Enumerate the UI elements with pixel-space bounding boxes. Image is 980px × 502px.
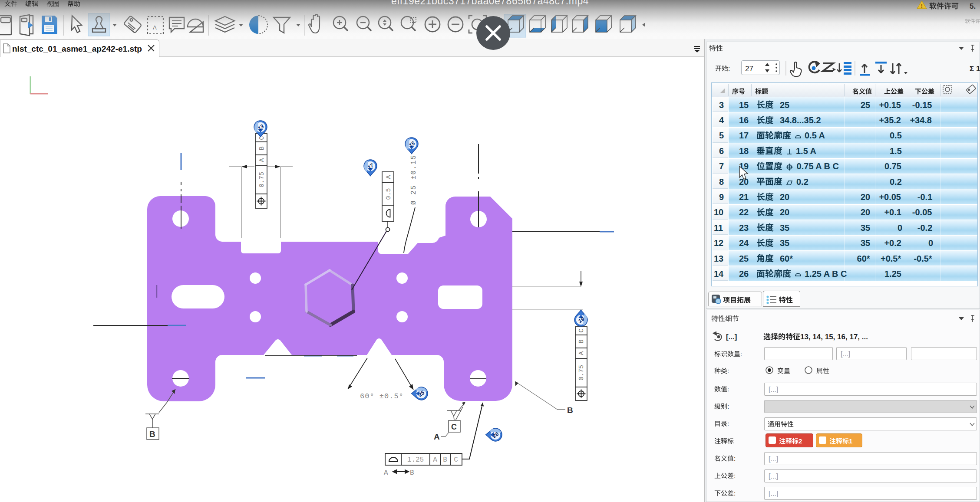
- svg-text:15: 15: [739, 100, 749, 110]
- svg-text:6: 6: [719, 146, 724, 156]
- svg-text:1.25: 1.25: [884, 269, 901, 279]
- svg-text:-0.05: -0.05: [912, 207, 932, 217]
- svg-text:Σ 1: Σ 1: [970, 65, 980, 73]
- svg-text::: :: [727, 385, 729, 393]
- svg-text:23: 23: [739, 223, 749, 233]
- svg-text:0.75 A B C: 0.75 A B C: [797, 161, 839, 171]
- svg-text:22: 22: [739, 207, 749, 217]
- svg-text::: :: [727, 403, 729, 410]
- svg-text:1.5 A: 1.5 A: [796, 146, 816, 156]
- svg-text:5.: 5.: [970, 2, 976, 10]
- svg-text:11: 11: [714, 223, 723, 233]
- svg-text:60*: 60*: [780, 254, 793, 263]
- svg-text:[...]: [...]: [769, 472, 778, 480]
- svg-text:5: 5: [719, 131, 724, 140]
- svg-text:+34.8: +34.8: [910, 115, 932, 125]
- svg-text:[...]: [...]: [726, 333, 737, 341]
- svg-text:2: 2: [799, 437, 802, 445]
- svg-text:20: 20: [780, 207, 789, 217]
- svg-text:60*: 60*: [857, 254, 870, 263]
- svg-text:20: 20: [861, 207, 870, 217]
- svg-text:4: 4: [719, 115, 724, 125]
- svg-text::: :: [734, 455, 736, 462]
- svg-text:13: 13: [714, 254, 723, 263]
- svg-text:8: 8: [719, 177, 724, 187]
- svg-text::: :: [740, 350, 742, 358]
- svg-text:-0.5*: -0.5*: [914, 254, 932, 263]
- svg-text:26: 26: [739, 269, 749, 279]
- svg-text:18: 18: [739, 146, 749, 156]
- svg-text:-0.15: -0.15: [912, 100, 932, 110]
- svg-text:27: 27: [745, 65, 753, 73]
- svg-text:+35.2: +35.2: [879, 115, 901, 125]
- svg-text:[...]: [...]: [769, 455, 778, 463]
- svg-text:7: 7: [719, 161, 724, 171]
- svg-text::: :: [734, 489, 736, 497]
- svg-text:[...]: [...]: [841, 350, 850, 358]
- svg-text:0.75: 0.75: [884, 161, 901, 171]
- svg-text:10: 10: [714, 207, 723, 217]
- svg-text:+0.2: +0.2: [884, 238, 901, 248]
- svg-text:[...]: [...]: [769, 386, 778, 393]
- svg-text:35: 35: [861, 238, 870, 248]
- svg-text:+0.05: +0.05: [879, 192, 901, 202]
- svg-text:+0.15: +0.15: [879, 100, 901, 110]
- svg-text:25: 25: [861, 100, 870, 110]
- svg-text:20: 20: [861, 192, 870, 202]
- svg-text:14: 14: [714, 269, 724, 279]
- svg-text:34.8...35.2: 34.8...35.2: [780, 115, 821, 125]
- svg-text:-0.2: -0.2: [917, 223, 932, 233]
- svg-text:12: 12: [714, 238, 723, 248]
- svg-text:35: 35: [861, 223, 870, 233]
- svg-text:1.25 A B C: 1.25 A B C: [805, 269, 847, 279]
- svg-text::: :: [728, 65, 730, 72]
- svg-text:13, 14, 15, 16, 17, ...: 13, 14, 15, 16, 17, ...: [800, 333, 868, 341]
- svg-text:+0.5*: +0.5*: [881, 254, 901, 263]
- svg-text:16: 16: [739, 115, 749, 125]
- svg-text:-0.1: -0.1: [917, 192, 932, 202]
- svg-text:0.2: 0.2: [890, 177, 902, 187]
- svg-text:!: !: [921, 3, 923, 9]
- svg-text:20: 20: [780, 192, 789, 202]
- svg-text:1: 1: [849, 437, 852, 445]
- svg-text:9: 9: [719, 192, 724, 202]
- svg-text:0: 0: [898, 223, 902, 233]
- svg-text:24: 24: [739, 238, 749, 248]
- svg-text:3: 3: [719, 100, 724, 110]
- svg-text:nist_ctc_01_asme1_ap242-e1.stp: nist_ctc_01_asme1_ap242-e1.stp: [12, 44, 142, 53]
- svg-text:0.2: 0.2: [796, 177, 808, 187]
- svg-text:25: 25: [780, 100, 789, 110]
- svg-text:0.5: 0.5: [890, 131, 902, 140]
- svg-text:0.5 A: 0.5 A: [805, 131, 825, 140]
- svg-text:+0.1: +0.1: [884, 207, 901, 217]
- svg-text:0: 0: [928, 238, 933, 248]
- svg-text:21: 21: [739, 192, 749, 202]
- svg-text:25: 25: [739, 254, 749, 263]
- svg-text:1.5: 1.5: [890, 146, 902, 156]
- svg-text:35: 35: [780, 223, 789, 233]
- svg-text::: :: [727, 420, 729, 427]
- svg-text:[...]: [...]: [769, 490, 778, 497]
- svg-text:35: 35: [780, 238, 789, 248]
- svg-text:17: 17: [739, 131, 749, 140]
- svg-text::: :: [734, 472, 736, 479]
- svg-text::: :: [727, 367, 729, 374]
